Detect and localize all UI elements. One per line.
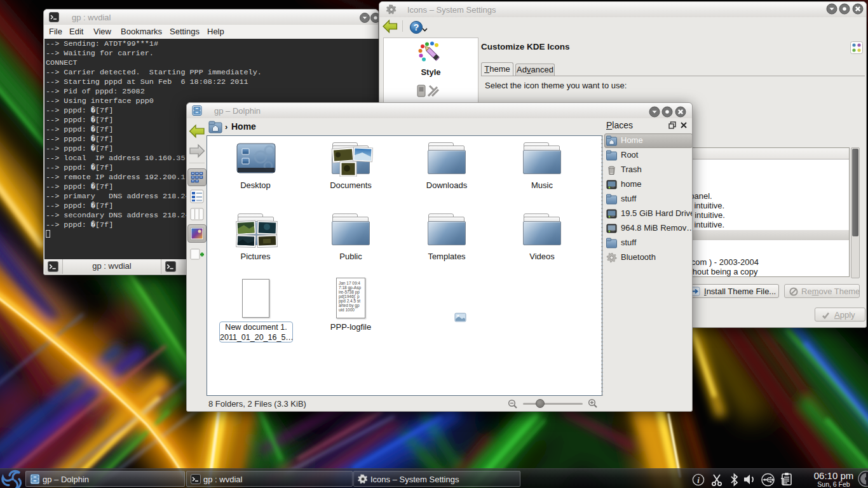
- svg-text:?: ?: [414, 22, 419, 32]
- svg-text:i: i: [697, 475, 700, 485]
